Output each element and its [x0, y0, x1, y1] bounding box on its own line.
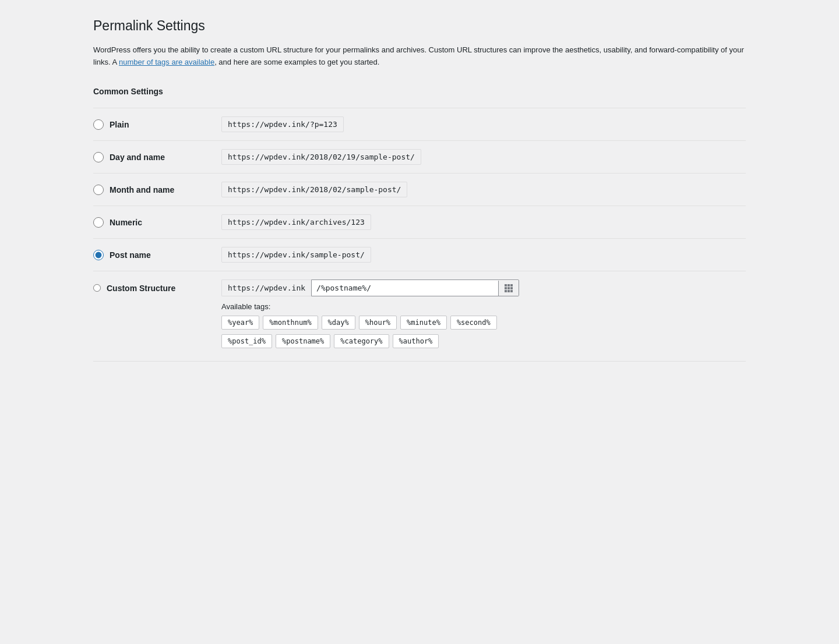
option-post-name-label[interactable]: Post name [93, 250, 221, 260]
available-tags-label: Available tags: [221, 302, 497, 311]
settings-options: Plain https://wpdev.ink/?p=123 Day and n… [93, 108, 746, 362]
option-day-name-label[interactable]: Day and name [93, 152, 221, 162]
available-tags-section: Available tags: %year% %monthnum% %day% … [93, 302, 497, 353]
custom-structure-input[interactable] [312, 280, 498, 296]
option-plain-text: Plain [110, 120, 129, 129]
tag-postname[interactable]: %postname% [276, 334, 330, 348]
tag-post-id[interactable]: %post_id% [221, 334, 272, 348]
tag-year[interactable]: %year% [221, 316, 259, 330]
tag-second[interactable]: %second% [450, 316, 497, 330]
option-day-name-text: Day and name [110, 153, 165, 162]
option-day-name-radio[interactable] [93, 152, 104, 162]
description-text-2: , and here are some examples to get you … [214, 58, 379, 66]
custom-structure-input-wrapper [311, 279, 519, 296]
grid-icon [505, 284, 513, 292]
option-day-name-row: Day and name https://wpdev.ink/2018/02/1… [93, 141, 746, 174]
custom-structure-top: Custom Structure https://wpdev.ink [93, 279, 519, 296]
option-custom-structure-radio[interactable] [93, 284, 101, 292]
option-month-name-text: Month and name [110, 185, 174, 194]
page-container: Permalink Settings WordPress offers you … [70, 0, 769, 379]
option-numeric-radio[interactable] [93, 217, 104, 228]
option-numeric-url: https://wpdev.ink/archives/123 [221, 214, 371, 230]
option-numeric-row: Numeric https://wpdev.ink/archives/123 [93, 206, 746, 239]
option-day-name-url: https://wpdev.ink/2018/02/19/sample-post… [221, 149, 421, 165]
option-post-name-url: https://wpdev.ink/sample-post/ [221, 247, 371, 263]
tags-link[interactable]: number of tags are available [119, 58, 214, 66]
tag-category[interactable]: %category% [334, 334, 389, 348]
option-post-name-radio[interactable] [93, 250, 104, 260]
tags-row-2: %post_id% %postname% %category% %author% [221, 334, 497, 348]
option-plain-url: https://wpdev.ink/?p=123 [221, 116, 344, 132]
tag-hour[interactable]: %hour% [359, 316, 397, 330]
tags-grid-button[interactable] [498, 281, 519, 296]
option-month-name-url: https://wpdev.ink/2018/02/sample-post/ [221, 182, 407, 197]
option-custom-structure-label[interactable]: Custom Structure [93, 284, 221, 293]
option-plain-radio[interactable] [93, 119, 104, 130]
tag-monthnum[interactable]: %monthnum% [263, 316, 318, 330]
option-plain-label[interactable]: Plain [93, 119, 221, 130]
option-month-name-row: Month and name https://wpdev.ink/2018/02… [93, 174, 746, 206]
page-title: Permalink Settings [93, 17, 746, 35]
tag-author[interactable]: %author% [393, 334, 439, 348]
tags-row-1: %year% %monthnum% %day% %hour% %minute% … [221, 316, 497, 330]
option-numeric-text: Numeric [110, 218, 142, 227]
custom-url-base: https://wpdev.ink [221, 279, 311, 296]
option-post-name-row: Post name https://wpdev.ink/sample-post/ [93, 239, 746, 271]
page-description: WordPress offers you the ability to crea… [93, 44, 746, 69]
option-post-name-text: Post name [110, 250, 151, 260]
option-month-name-radio[interactable] [93, 185, 104, 195]
tag-minute[interactable]: %minute% [400, 316, 447, 330]
option-numeric-label[interactable]: Numeric [93, 217, 221, 228]
option-custom-structure-text: Custom Structure [107, 284, 175, 293]
tag-day[interactable]: %day% [322, 316, 355, 330]
option-plain-row: Plain https://wpdev.ink/?p=123 [93, 108, 746, 141]
option-custom-structure-row: Custom Structure https://wpdev.ink Ava [93, 271, 746, 362]
common-settings-title: Common Settings [93, 82, 746, 96]
option-month-name-label[interactable]: Month and name [93, 185, 221, 195]
